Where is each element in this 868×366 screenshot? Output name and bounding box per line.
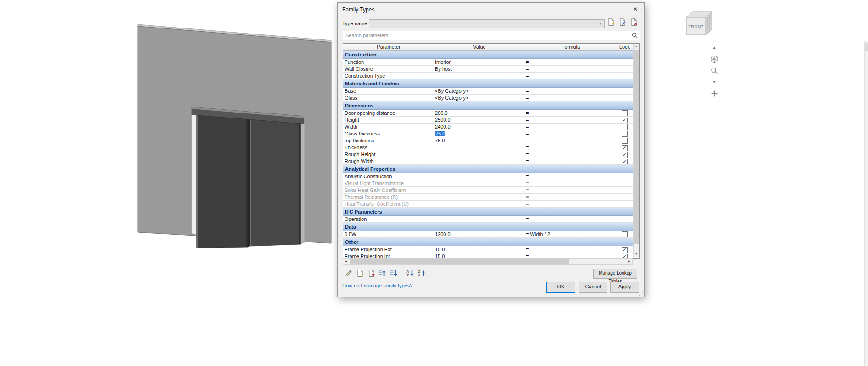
navigation-wheel-icon[interactable]: [710, 55, 719, 64]
lock-cell[interactable]: ✓: [616, 151, 633, 158]
3d-model-view[interactable]: [136, 17, 338, 254]
value-cell[interactable]: 2400.0: [433, 124, 524, 130]
value-cell[interactable]: [433, 151, 524, 158]
formula-cell[interactable]: =: [524, 117, 616, 123]
search-input[interactable]: [343, 31, 632, 39]
pan-icon[interactable]: [710, 89, 719, 98]
value-cell[interactable]: 75.0: [433, 130, 524, 137]
lock-checkbox[interactable]: ✓: [622, 145, 628, 151]
move-down-icon[interactable]: [389, 269, 398, 277]
formula-cell[interactable]: =: [524, 66, 616, 72]
apply-button[interactable]: Apply: [610, 282, 639, 293]
delete-parameter-icon[interactable]: [367, 269, 376, 277]
lock-checkbox[interactable]: ✓: [622, 152, 628, 158]
value-cell[interactable]: <By Category>: [433, 95, 524, 101]
value-cell[interactable]: [433, 158, 524, 164]
formula-cell[interactable]: =: [524, 187, 616, 193]
lock-cell[interactable]: ✓: [616, 246, 633, 253]
lock-cell[interactable]: [616, 124, 633, 130]
lock-cell[interactable]: [616, 110, 633, 116]
ok-button[interactable]: OK: [546, 282, 575, 293]
formula-cell[interactable]: =: [524, 194, 616, 200]
value-cell[interactable]: [433, 187, 524, 193]
lock-checkbox[interactable]: ✓: [622, 254, 628, 258]
close-icon[interactable]: ✕: [629, 5, 641, 14]
value-cell[interactable]: 15.0: [433, 246, 524, 253]
value-cell[interactable]: [433, 73, 524, 79]
scroll-up-icon[interactable]: ▲: [634, 44, 639, 50]
zoom-icon[interactable]: [710, 66, 719, 75]
formula-cell[interactable]: =: [524, 216, 616, 222]
formula-cell[interactable]: =: [524, 151, 616, 158]
lock-cell[interactable]: ✓: [616, 144, 633, 151]
value-cell[interactable]: 75.0: [433, 137, 524, 144]
lock-cell[interactable]: [616, 137, 633, 144]
table-horizontal-scrollbar[interactable]: ◀ ▶: [343, 258, 633, 265]
value-cell[interactable]: 2500.0: [433, 117, 524, 123]
lock-cell[interactable]: ✓: [616, 158, 633, 164]
scroll-left-icon[interactable]: ◀: [343, 259, 349, 264]
value-cell[interactable]: [433, 173, 524, 180]
value-cell[interactable]: [433, 194, 524, 200]
formula-cell[interactable]: =: [524, 253, 616, 258]
formula-cell[interactable]: =: [524, 73, 616, 79]
scroll-right-icon[interactable]: ▶: [626, 259, 632, 264]
lock-cell[interactable]: [616, 130, 633, 137]
formula-cell[interactable]: =: [524, 137, 616, 144]
formula-cell[interactable]: =: [524, 173, 616, 180]
lock-checkbox[interactable]: [622, 131, 628, 137]
lock-checkbox[interactable]: ✓: [622, 118, 628, 123]
new-type-icon[interactable]: [607, 18, 615, 26]
sort-ascending-icon[interactable]: AZ: [406, 269, 414, 277]
value-cell[interactable]: [433, 216, 524, 222]
formula-cell[interactable]: =: [524, 95, 616, 101]
chevron-down-icon[interactable]: ▼: [710, 78, 719, 87]
lock-checkbox[interactable]: ✓: [622, 159, 628, 164]
formula-cell[interactable]: =: [524, 130, 616, 137]
value-cell[interactable]: [433, 180, 524, 186]
scrollbar-thumb[interactable]: [634, 50, 639, 244]
formula-cell[interactable]: =: [524, 124, 616, 130]
sort-descending-icon[interactable]: ZA: [417, 269, 426, 277]
edit-parameter-icon[interactable]: [345, 269, 353, 277]
value-cell[interactable]: By host: [433, 66, 524, 72]
move-up-icon[interactable]: [378, 269, 386, 277]
type-name-combobox[interactable]: [369, 19, 605, 28]
search-icon[interactable]: [631, 32, 639, 39]
formula-cell[interactable]: =: [524, 110, 616, 116]
value-cell[interactable]: Interior: [433, 59, 524, 65]
formula-cell[interactable]: =: [524, 144, 616, 151]
scroll-down-icon[interactable]: ▼: [634, 251, 639, 257]
cancel-button[interactable]: Cancel: [579, 282, 607, 293]
table-vertical-scrollbar[interactable]: ▲ ▼: [633, 44, 639, 257]
value-cell[interactable]: [433, 144, 524, 151]
value-cell[interactable]: 1200.0: [433, 231, 524, 237]
formula-cell[interactable]: =: [524, 158, 616, 164]
value-cell[interactable]: 200.0: [433, 110, 524, 116]
scrollbar-thumb[interactable]: [865, 43, 868, 51]
formula-cell[interactable]: = Width / 2: [524, 231, 616, 237]
new-parameter-icon[interactable]: [356, 269, 364, 277]
resize-grip[interactable]: [639, 291, 643, 296]
chevron-up-icon[interactable]: ▲: [710, 43, 719, 52]
formula-cell[interactable]: =: [524, 59, 616, 65]
value-cell[interactable]: <By Category>: [433, 88, 524, 94]
delete-type-icon[interactable]: [630, 18, 638, 26]
lock-checkbox[interactable]: [622, 138, 628, 144]
rename-type-icon[interactable]: [618, 18, 627, 26]
lock-checkbox[interactable]: ✓: [622, 247, 628, 253]
value-cell[interactable]: 15.0: [433, 253, 524, 258]
formula-cell[interactable]: =: [524, 246, 616, 253]
canvas-vertical-scrollbar[interactable]: [864, 41, 868, 366]
formula-cell[interactable]: =: [524, 180, 616, 186]
viewcube[interactable]: FRONT: [682, 9, 716, 39]
lock-checkbox[interactable]: [622, 231, 628, 237]
formula-cell[interactable]: =: [524, 88, 616, 94]
formula-cell[interactable]: =: [524, 201, 616, 207]
lock-checkbox[interactable]: [622, 110, 628, 116]
lock-cell[interactable]: ✓: [616, 253, 633, 258]
lock-cell[interactable]: [616, 231, 633, 237]
lock-checkbox[interactable]: [622, 124, 628, 130]
drawing-canvas[interactable]: FRONT ▲ ▼ Family Types ✕ Type name:: [0, 0, 868, 366]
scrollbar-thumb[interactable]: [350, 259, 569, 264]
